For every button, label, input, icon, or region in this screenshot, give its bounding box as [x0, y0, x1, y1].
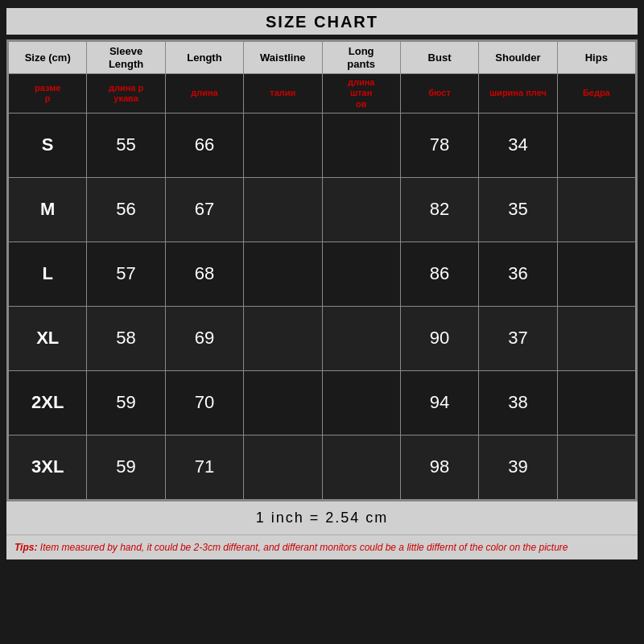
cell-waistline [244, 370, 322, 435]
cell-sleeve: 58 [87, 306, 165, 370]
cell-longpants [322, 242, 400, 306]
cell-length: 66 [165, 113, 243, 177]
col-header-length-en: Length [165, 42, 243, 74]
table-row: XL58699037 [9, 306, 636, 370]
cell-shoulder: 39 [479, 435, 557, 499]
col-header-waistline-ru: талии [244, 74, 322, 114]
cell-length: 70 [165, 370, 243, 435]
col-header-hips-ru: Бедра [557, 74, 635, 114]
cell-hips [557, 370, 635, 435]
table-row: L57688636 [9, 242, 636, 306]
cell-size: 3XL [9, 435, 87, 499]
cell-hips [557, 177, 635, 242]
size-chart-table-container: Size (cm) SleeveLength Length Waistline … [6, 39, 638, 502]
cell-longpants [322, 177, 400, 242]
cell-sleeve: 59 [87, 435, 165, 499]
cell-size: XL [9, 306, 87, 370]
col-header-waistline-en: Waistline [244, 42, 322, 74]
cell-waistline [244, 177, 322, 242]
cell-shoulder: 35 [479, 177, 557, 242]
col-header-bust-ru: бюст [400, 74, 478, 114]
cell-waistline [244, 242, 322, 306]
cell-size: 2XL [9, 370, 87, 435]
cell-shoulder: 34 [479, 113, 557, 177]
cell-sleeve: 57 [87, 242, 165, 306]
table-row: 3XL59719839 [9, 435, 636, 499]
page-wrapper: SIZE CHART Size (cm) SleeveLength Length… [0, 0, 644, 644]
col-header-bust-en: Bust [400, 42, 478, 74]
col-header-hips-en: Hips [557, 42, 635, 74]
col-header-shoulder-ru: ширина плеч [479, 74, 557, 114]
cell-bust: 90 [400, 306, 478, 370]
cell-hips [557, 113, 635, 177]
col-header-size-en: Size (cm) [9, 42, 87, 74]
col-header-shoulder-en: Shoulder [479, 42, 557, 74]
cell-waistline [244, 435, 322, 499]
page-title: SIZE CHART [6, 8, 638, 35]
cell-bust: 82 [400, 177, 478, 242]
cell-length: 68 [165, 242, 243, 306]
col-header-longpants-ru: длинаштанов [322, 74, 400, 114]
cell-shoulder: 38 [479, 370, 557, 435]
table-row: S55667834 [9, 113, 636, 177]
header-row-english: Size (cm) SleeveLength Length Waistline … [9, 42, 636, 74]
cell-shoulder: 37 [479, 306, 557, 370]
cell-hips [557, 435, 635, 499]
table-row: 2XL59709438 [9, 370, 636, 435]
cell-longpants [322, 113, 400, 177]
cell-waistline [244, 113, 322, 177]
cell-sleeve: 59 [87, 370, 165, 435]
footer-tips: Tips: Item measured by hand, it could be… [6, 535, 638, 559]
size-chart-table: Size (cm) SleeveLength Length Waistline … [8, 41, 636, 500]
cell-size: S [9, 113, 87, 177]
cell-waistline [244, 306, 322, 370]
tips-label: Tips: [14, 542, 37, 553]
col-header-sleeve-en: SleeveLength [87, 42, 165, 74]
cell-length: 71 [165, 435, 243, 499]
cell-hips [557, 242, 635, 306]
cell-size: L [9, 242, 87, 306]
cell-bust: 86 [400, 242, 478, 306]
cell-length: 69 [165, 306, 243, 370]
cell-bust: 94 [400, 370, 478, 435]
cell-sleeve: 55 [87, 113, 165, 177]
cell-longpants [322, 306, 400, 370]
cell-sleeve: 56 [87, 177, 165, 242]
cell-bust: 78 [400, 113, 478, 177]
header-row-russian: размер длина рукава длина талии длинашта… [9, 74, 636, 114]
tips-text: Item measured by hand, it could be 2-3cm… [40, 542, 568, 553]
col-header-longpants-en: Longpants [322, 42, 400, 74]
table-row: M56678235 [9, 177, 636, 242]
col-header-sleeve-ru: длина рукава [87, 74, 165, 114]
footer-inch: 1 inch = 2.54 cm [6, 502, 638, 535]
cell-size: M [9, 177, 87, 242]
cell-longpants [322, 370, 400, 435]
cell-length: 67 [165, 177, 243, 242]
cell-shoulder: 36 [479, 242, 557, 306]
col-header-length-ru: длина [165, 74, 243, 114]
cell-longpants [322, 435, 400, 499]
cell-hips [557, 306, 635, 370]
col-header-size-ru: размер [9, 74, 87, 114]
cell-bust: 98 [400, 435, 478, 499]
